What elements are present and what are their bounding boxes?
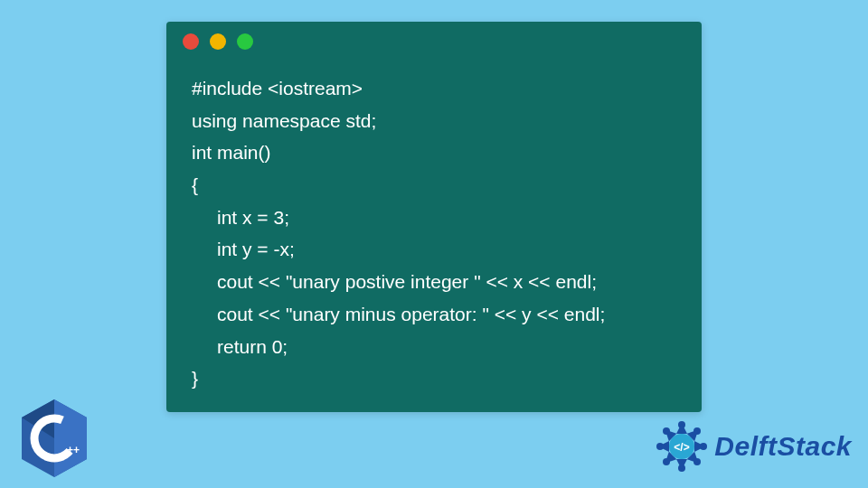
window-titlebar: [166, 22, 702, 61]
code-line: int x = 3;: [192, 202, 676, 234]
svg-marker-1: [54, 399, 87, 477]
code-line: cout << "unary postive integer " << x <<…: [192, 266, 676, 298]
code-line: return 0;: [192, 331, 676, 363]
svg-text:</>: </>: [675, 441, 690, 454]
maximize-icon[interactable]: [237, 33, 253, 50]
delftstack-badge-icon: </>: [653, 418, 711, 475]
delftstack-label: DelftStack: [714, 431, 852, 462]
code-line: #include <iostream>: [192, 72, 676, 105]
svg-text:++: ++: [67, 444, 80, 456]
code-body: #include <iostream> using namespace std;…: [166, 61, 702, 406]
minimize-icon[interactable]: [210, 33, 226, 50]
code-line: int main(): [192, 136, 676, 169]
cpp-logo-icon: ++: [18, 398, 90, 479]
code-line: cout << "unary minus operator: " << y <<…: [192, 298, 676, 331]
code-line: using namespace std;: [192, 105, 676, 137]
code-line: {: [192, 169, 676, 202]
close-icon[interactable]: [183, 33, 199, 50]
code-line: int y = -x;: [192, 233, 676, 266]
code-line: }: [192, 362, 676, 395]
delftstack-logo: </> DelftStack: [653, 418, 852, 475]
code-window: #include <iostream> using namespace std;…: [166, 22, 702, 412]
